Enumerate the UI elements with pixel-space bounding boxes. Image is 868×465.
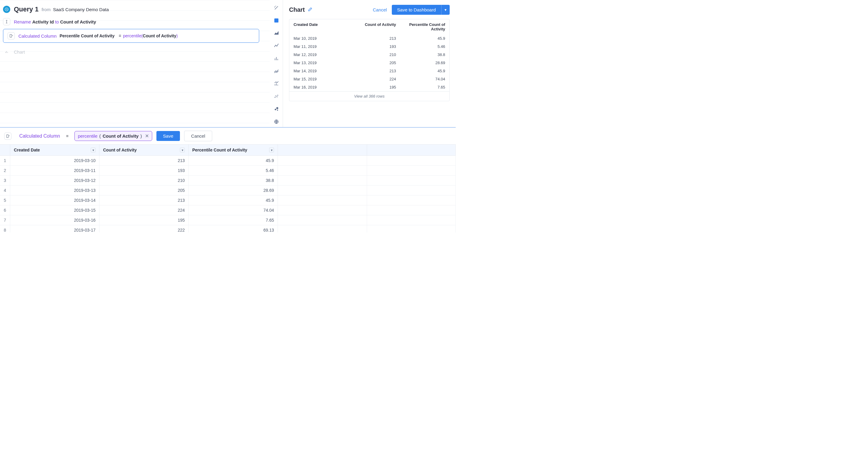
preview-header-count[interactable]: Count of Activity — [345, 22, 396, 31]
preview-cell-count: 205 — [345, 61, 396, 65]
cell-date: 2019-03-14 — [10, 195, 99, 205]
save-button[interactable]: Save — [156, 131, 180, 141]
query-title[interactable]: Query 1 — [14, 5, 38, 13]
table-row[interactable]: 1 2019-03-10 213 45.9 — [0, 156, 456, 166]
table-row[interactable]: 6 2019-03-15 224 74.04 — [0, 205, 456, 215]
cell-pct: 74.04 — [189, 205, 278, 215]
preview-row[interactable]: Mar 12, 2019 210 38.8 — [289, 51, 450, 59]
table-row[interactable]: 5 2019-03-14 213 45.9 — [0, 195, 456, 205]
cell-count: 193 — [99, 166, 189, 175]
calc-expression: percentile(Count of Activity) — [123, 33, 178, 38]
svg-rect-7 — [275, 19, 278, 22]
save-to-dashboard-dropdown[interactable]: ▾ — [441, 5, 450, 15]
combo-chart-icon[interactable] — [273, 80, 280, 87]
scatter-chart-icon[interactable] — [273, 93, 280, 100]
cell-date: 2019-03-11 — [10, 166, 99, 175]
cell-empty — [278, 156, 367, 165]
preview-cell-date: Mar 13, 2019 — [293, 61, 345, 65]
row-index: 3 — [0, 175, 10, 185]
cell-empty — [278, 195, 367, 205]
preview-row[interactable]: Mar 14, 2019 213 45.9 — [289, 67, 450, 75]
chevron-down-icon[interactable]: ▾ — [91, 147, 96, 153]
cell-empty — [367, 156, 456, 165]
calc-column-name: Percentile Count of Activity — [60, 33, 115, 38]
svg-point-17 — [276, 96, 276, 96]
column-header-pct[interactable]: Percentile Count of Activity▾ — [189, 144, 278, 156]
rename-step[interactable]: Rename Activity Id to Count of Activity — [3, 16, 267, 27]
preview-cell-count: 213 — [345, 36, 396, 41]
globe-icon[interactable] — [273, 118, 280, 125]
preview-cell-pct: 7.65 — [396, 85, 445, 90]
preview-row[interactable]: Mar 10, 2019 213 45.9 — [289, 34, 450, 42]
rename-chart-icon[interactable] — [308, 6, 313, 13]
preview-header-date[interactable]: Created Date — [293, 22, 345, 31]
cell-date: 2019-03-10 — [10, 156, 99, 165]
cell-empty — [367, 186, 456, 195]
row-index: 8 — [0, 225, 10, 232]
chevron-down-icon[interactable]: ▾ — [180, 147, 185, 153]
preview-cell-pct: 5.46 — [396, 44, 445, 49]
formula-editor-bar: Calculated Column = percentile ( Count o… — [0, 128, 456, 144]
chart-step-label: Chart — [14, 49, 25, 55]
cell-empty — [278, 175, 367, 185]
line-chart-icon[interactable] — [273, 42, 280, 49]
view-all-rows-link[interactable]: View all 366 rows — [289, 91, 450, 101]
save-to-dashboard-button[interactable]: Save to Dashboard — [392, 5, 441, 15]
preview-row[interactable]: Mar 11, 2019 193 5.46 — [289, 42, 450, 51]
row-index: 7 — [0, 215, 10, 225]
svg-point-21 — [276, 107, 278, 109]
table-row[interactable]: 2 2019-03-11 193 5.46 — [0, 166, 456, 175]
table-row[interactable]: 4 2019-03-13 205 28.69 — [0, 186, 456, 195]
cell-count: 195 — [99, 215, 189, 225]
cell-pct: 7.65 — [189, 215, 278, 225]
calculated-column-step[interactable]: Calculated Column Percentile Count of Ac… — [3, 29, 259, 43]
preview-row[interactable]: Mar 13, 2019 205 28.69 — [289, 59, 450, 67]
editor-label: Calculated Column — [19, 133, 60, 139]
preview-cell-date: Mar 11, 2019 — [293, 44, 345, 49]
calc-label: Calculated Column — [19, 33, 57, 38]
preview-cell-date: Mar 10, 2019 — [293, 36, 345, 41]
cell-pct: 5.46 — [189, 166, 278, 175]
preview-header-pct[interactable]: Percentile Count of Activity — [396, 22, 445, 31]
preview-row[interactable]: Mar 15, 2019 224 74.04 — [289, 75, 450, 83]
data-table-header: Created Date▾ Count of Activity▾ Percent… — [0, 144, 456, 156]
preview-cell-pct: 74.04 — [396, 77, 445, 81]
data-source-name[interactable]: SaaS Company Demo Data — [53, 7, 109, 12]
preview-row[interactable]: Mar 16, 2019 195 7.65 — [289, 83, 450, 91]
cell-date: 2019-03-12 — [10, 175, 99, 185]
preview-cell-pct: 38.8 — [396, 53, 445, 57]
area-chart-icon[interactable] — [273, 30, 280, 37]
cell-empty — [367, 175, 456, 185]
cell-empty — [278, 225, 367, 232]
table-chart-icon[interactable] — [273, 17, 280, 24]
column-header-date[interactable]: Created Date▾ — [10, 144, 99, 156]
bubble-chart-icon[interactable] — [273, 105, 280, 113]
cell-empty — [278, 205, 367, 215]
stacked-area-icon[interactable] — [273, 67, 280, 75]
cell-empty — [367, 166, 456, 175]
chevron-down-icon[interactable]: ▾ — [269, 147, 274, 153]
preview-cell-pct: 45.9 — [396, 69, 445, 73]
table-row[interactable]: 7 2019-03-16 195 7.65 — [0, 215, 456, 225]
preview-cell-count: 213 — [345, 69, 396, 73]
cancel-link[interactable]: Cancel — [373, 7, 387, 12]
bar-chart-icon[interactable] — [273, 55, 280, 62]
table-row[interactable]: 3 2019-03-12 210 38.8 — [0, 175, 456, 186]
magic-wand-icon[interactable] — [273, 4, 280, 11]
cell-date: 2019-03-16 — [10, 215, 99, 225]
cell-empty — [278, 186, 367, 195]
cell-date: 2019-03-13 — [10, 186, 99, 195]
cancel-button[interactable]: Cancel — [184, 131, 212, 141]
chart-step-placeholder[interactable]: Chart — [3, 44, 267, 59]
cell-empty — [367, 195, 456, 205]
calculated-column-icon — [4, 133, 11, 140]
clear-formula-icon[interactable]: ✕ — [145, 133, 149, 139]
cell-pct: 28.69 — [189, 186, 278, 195]
cell-count: 222 — [99, 225, 189, 232]
table-row[interactable]: 8 2019-03-17 222 69.13 — [0, 225, 456, 232]
formula-input[interactable]: percentile ( Count of Activity ) ✕ — [74, 131, 152, 141]
preview-table-header: Created Date Count of Activity Percentil… — [289, 19, 450, 34]
bar-chart-icon — [3, 48, 10, 56]
data-panel: Calculated Column = percentile ( Count o… — [0, 127, 456, 232]
column-header-count[interactable]: Count of Activity▾ — [99, 144, 189, 156]
